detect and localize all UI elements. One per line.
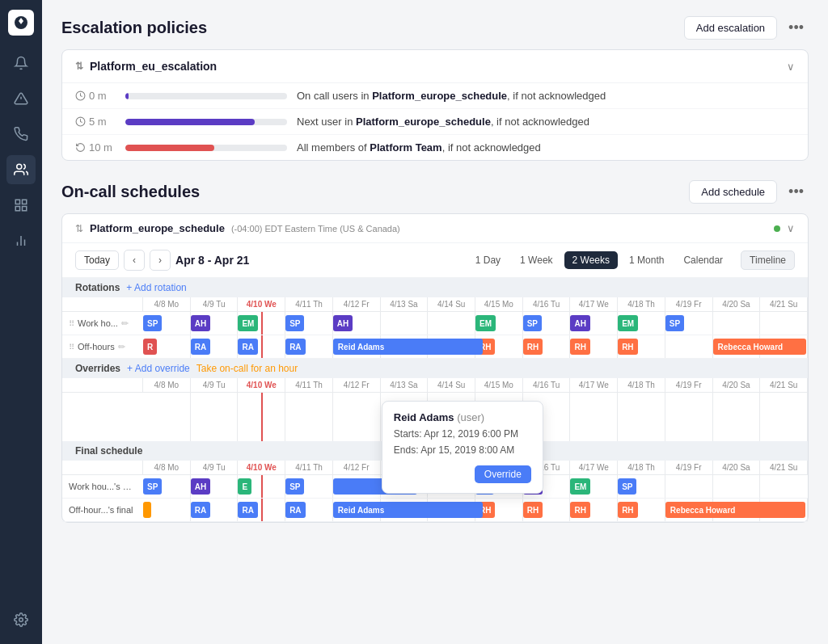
overrides-label: Overrides bbox=[75, 363, 120, 374]
off-hours-rotation-row: ⠿ Off-hours ✏ R RA RA RA Reid bbox=[62, 335, 808, 359]
view-2weeks-button[interactable]: 2 Weeks bbox=[564, 251, 618, 269]
oh-cell-3: RA bbox=[285, 335, 333, 358]
svg-rect-5 bbox=[23, 200, 27, 204]
badge-em-3: EM bbox=[618, 315, 638, 331]
day-header-0: 4/8 Mo bbox=[143, 297, 191, 311]
badge-ah-2: AH bbox=[333, 315, 353, 331]
users-icon[interactable] bbox=[6, 155, 36, 184]
view-1day-button[interactable]: 1 Day bbox=[467, 251, 509, 269]
wh-cell-12 bbox=[713, 312, 761, 335]
day-header-1: 4/9 Tu bbox=[191, 297, 239, 311]
bell-icon[interactable] bbox=[6, 48, 36, 78]
esc-time-0: 0 m bbox=[75, 90, 116, 102]
chart-icon[interactable] bbox=[6, 226, 36, 255]
esc-text-1: Next user in Platform_europe_schedule, i… bbox=[297, 116, 589, 128]
fwh-cell-3: SP bbox=[285, 475, 333, 498]
overrides-section-header: Overrides + Add override Take on-call fo… bbox=[62, 359, 808, 378]
schedule-section-header: On-call schedules Add schedule ••• bbox=[61, 180, 809, 204]
prev-button[interactable]: ‹ bbox=[124, 250, 145, 271]
settings-icon[interactable] bbox=[6, 605, 36, 634]
add-rotation-link[interactable]: + Add rotation bbox=[126, 282, 186, 293]
foh-cell-1: RA bbox=[191, 499, 239, 521]
oh-cell-7: RH bbox=[475, 335, 523, 358]
view-1month-button[interactable]: 1 Month bbox=[621, 251, 672, 269]
calendar-nav: Today ‹ › Apr 8 - Apr 21 bbox=[75, 250, 249, 271]
day-header-10: 4/18 Th bbox=[618, 297, 665, 311]
day-header-4: 4/12 Fr bbox=[333, 297, 381, 311]
override-button[interactable]: Override bbox=[475, 465, 531, 483]
foh-cell-11: Rebecca Howard bbox=[665, 499, 713, 521]
tooltip-starts: Starts: Apr 12, 2019 6:00 PM bbox=[394, 427, 531, 441]
schedule-header-left: ⇅ Platform_europe_schedule (-04:00) EDT … bbox=[75, 222, 400, 234]
esc-time-2: 10 m bbox=[75, 141, 116, 154]
esc-text-2: All members of Platform Team, if not ack… bbox=[297, 141, 541, 154]
next-button[interactable]: › bbox=[150, 250, 171, 271]
foh-cell-0 bbox=[143, 499, 191, 521]
wh-cell-2: EM bbox=[238, 312, 285, 335]
view-calendar-button[interactable]: Calendar bbox=[675, 251, 731, 269]
override-cell-3 bbox=[285, 393, 333, 441]
badge-ah-3: AH bbox=[570, 315, 589, 331]
foh-cell-10: RH bbox=[618, 499, 665, 521]
wh-cell-5 bbox=[381, 312, 429, 335]
oh-cell-12: Rebecca Howard bbox=[713, 335, 761, 358]
tooltip-ends: Ends: Apr 15, 2019 8:00 AM bbox=[394, 443, 531, 457]
schedule-more-button[interactable]: ••• bbox=[784, 180, 809, 204]
foh-cell-3: RA bbox=[285, 499, 333, 521]
alert-icon[interactable] bbox=[6, 84, 36, 113]
badge-sp-3: SP bbox=[523, 315, 542, 331]
badge-em-1: EM bbox=[238, 315, 258, 331]
schedule-chevron-icon[interactable]: ∨ bbox=[787, 222, 795, 234]
final-reid-bar: Reid Adams bbox=[333, 502, 483, 518]
escalation-title: Escalation policies bbox=[61, 19, 207, 37]
override-cell-0 bbox=[143, 393, 191, 441]
oh-cell-8: RH bbox=[523, 335, 571, 358]
add-schedule-button[interactable]: Add schedule bbox=[689, 180, 777, 204]
fwh-cell-1: AH bbox=[191, 475, 239, 498]
svg-rect-4 bbox=[15, 200, 19, 204]
add-override-link[interactable]: + Add override bbox=[127, 363, 190, 374]
day-header-3: 4/11 Th bbox=[285, 297, 333, 311]
fwh-cell-9: EM bbox=[570, 475, 618, 498]
final-oh-label: Off-hour...'s final bbox=[62, 503, 143, 517]
edit-icon-2[interactable]: ✏ bbox=[118, 342, 125, 352]
wh-cell-4: AH bbox=[333, 312, 381, 335]
rotations-label: Rotations bbox=[75, 282, 120, 293]
escalation-chevron-icon[interactable]: ∨ bbox=[787, 61, 795, 73]
day-header-row: 4/8 Mo 4/9 Tu 4/10 We 4/11 Th 4/12 Fr 4/… bbox=[62, 297, 808, 312]
final-rebecca-bar: Rebecca Howard bbox=[665, 502, 805, 518]
wh-cell-7: EM bbox=[475, 312, 523, 335]
view-1week-button[interactable]: 1 Week bbox=[512, 251, 560, 269]
day-header-8: 4/16 Tu bbox=[523, 297, 571, 311]
schedule-sort-icon: ⇅ bbox=[75, 223, 83, 234]
foh-cell-9: RH bbox=[570, 499, 618, 521]
grid-icon[interactable] bbox=[6, 191, 36, 220]
day-header-11: 4/19 Fr bbox=[665, 297, 713, 311]
escalation-row-0: 0 m On call users in Platform_europe_sch… bbox=[62, 83, 808, 109]
schedule-actions: Add schedule ••• bbox=[689, 180, 809, 204]
work-hours-rotation-row: ⠿ Work ho... ✏ SP AH EM SP AH bbox=[62, 312, 808, 335]
badge-r-1: R bbox=[143, 339, 157, 355]
override-cell-4: Reid Adams (user) Starts: Apr 12, 2019 6… bbox=[333, 393, 381, 441]
add-escalation-button[interactable]: Add escalation bbox=[684, 16, 777, 40]
edit-icon[interactable]: ✏ bbox=[121, 318, 129, 329]
work-hours-label: ⠿ Work ho... ✏ bbox=[62, 316, 143, 331]
view-buttons: 1 Day 1 Week 2 Weeks 1 Month Calendar Ti… bbox=[467, 250, 795, 270]
override-cell-9 bbox=[570, 393, 618, 441]
svg-point-11 bbox=[19, 618, 23, 622]
today-button[interactable]: Today bbox=[75, 250, 119, 270]
take-oncall-link[interactable]: Take on-call for an hour bbox=[196, 363, 298, 374]
override-cell-2 bbox=[238, 393, 285, 441]
override-cell-12 bbox=[713, 393, 761, 441]
app-logo[interactable] bbox=[8, 10, 34, 36]
badge-rh-2: RH bbox=[523, 339, 543, 355]
oh-cell-11 bbox=[665, 335, 713, 358]
esc-bar-2 bbox=[125, 145, 287, 151]
oh-cell-2: RA bbox=[238, 335, 285, 358]
sidebar bbox=[0, 0, 42, 644]
override-cell-1 bbox=[191, 393, 239, 441]
view-timeline-button[interactable]: Timeline bbox=[741, 250, 795, 270]
phone-icon[interactable] bbox=[6, 120, 36, 149]
escalation-more-button[interactable]: ••• bbox=[784, 16, 809, 40]
schedule-card-header: ⇅ Platform_europe_schedule (-04:00) EDT … bbox=[62, 214, 808, 243]
